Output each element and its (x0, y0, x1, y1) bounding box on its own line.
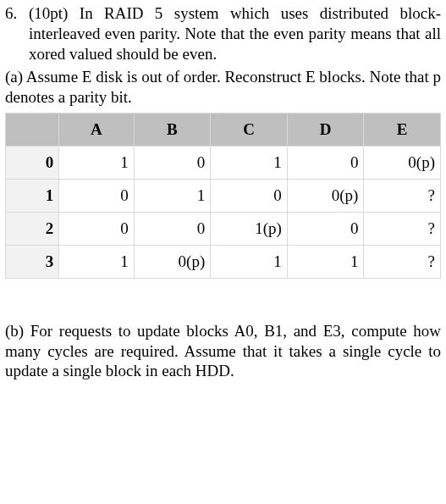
table-header-A: A (59, 113, 134, 146)
part-b-label: (b) (5, 322, 24, 340)
question-text: In RAID 5 system which uses distributed … (29, 4, 441, 63)
cell: 1 (211, 245, 288, 278)
table-header-blank (6, 113, 59, 146)
table-row: 1 0 1 0 0(p) ? (6, 179, 441, 212)
cell: 0 (59, 212, 134, 245)
cell: 0(p) (134, 245, 211, 278)
cell: 1(p) (211, 212, 288, 245)
cell: 1 (59, 146, 134, 179)
cell: 0 (134, 146, 211, 179)
cell: 1 (287, 245, 364, 278)
table-header-C: C (211, 113, 288, 146)
part-b: (b) For requests to update blocks A0, B1… (5, 321, 441, 381)
cell: 1 (59, 245, 134, 278)
table-row: 3 1 0(p) 1 1 ? (6, 245, 441, 278)
part-a-label: (a) (5, 68, 23, 86)
table-header-B: B (134, 113, 211, 146)
raid-table: A B C D E 0 1 0 1 0 0(p) 1 0 1 0 0(p) (5, 113, 441, 279)
table-row: 2 0 0 1(p) 0 ? (6, 212, 441, 245)
row-label: 3 (6, 245, 59, 278)
part-b-text: For requests to update blocks A0, B1, an… (5, 322, 441, 380)
cell: 0 (59, 179, 134, 212)
cell: ? (364, 179, 441, 212)
row-label: 1 (6, 179, 59, 212)
cell: 1 (134, 179, 211, 212)
question-points: (10pt) (29, 4, 68, 22)
row-label: 2 (6, 212, 59, 245)
table-header-E: E (364, 113, 441, 146)
question-6: 6. (10pt) In RAID 5 system which uses di… (5, 3, 441, 64)
question-number: 6. (5, 3, 29, 64)
table-header-D: D (287, 113, 364, 146)
part-a: (a) Assume E disk is out of order. Recon… (5, 67, 441, 108)
cell: ? (364, 212, 441, 245)
cell: 0(p) (287, 179, 364, 212)
cell: 0 (287, 212, 364, 245)
cell: ? (364, 245, 441, 278)
cell: 0(p) (364, 146, 441, 179)
cell: 0 (211, 179, 288, 212)
question-body: (10pt) In RAID 5 system which uses distr… (29, 3, 441, 64)
cell: 0 (287, 146, 364, 179)
cell: 0 (134, 212, 211, 245)
table-row: 0 1 0 1 0 0(p) (6, 146, 441, 179)
row-label: 0 (6, 146, 59, 179)
table-header-row: A B C D E (6, 113, 441, 146)
exam-page: 6. (10pt) In RAID 5 system which uses di… (0, 0, 446, 386)
part-a-text: Assume E disk is out of order. Reconstru… (5, 68, 441, 106)
cell: 1 (211, 146, 288, 179)
